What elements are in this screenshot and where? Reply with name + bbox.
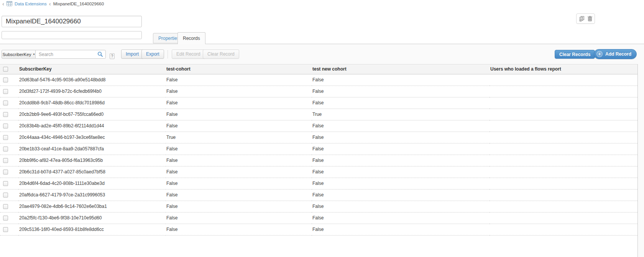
cell-subscriber-key: 20b4d6f4-6dad-4c20-808b-1111e30abe3d	[18, 178, 166, 189]
search-field-dropdown-label: SubscriberKey	[3, 52, 31, 57]
cell-test-cohort: False	[166, 224, 312, 235]
row-checkbox[interactable]	[3, 204, 8, 209]
cell-test-cohort: False	[166, 120, 312, 132]
cell-subscriber-key: 20b6c31d-b07d-4377-a027-85c0aed7bf58	[18, 166, 166, 178]
cell-test-new-cohort: False	[312, 212, 490, 224]
search-icon[interactable]	[97, 51, 103, 58]
column-header-test-cohort[interactable]: test-cohort	[166, 64, 312, 74]
column-header-users-flows-report[interactable]: Users who loaded a flows report	[490, 64, 637, 74]
cell-subscriber-key: 20ae4979-082e-4db6-9c14-7602e6e03ba1	[18, 201, 166, 212]
export-button[interactable]: Export	[141, 49, 164, 59]
cell-test-cohort: False	[166, 201, 312, 212]
cell-users-flows-report	[490, 97, 637, 109]
cell-subscriber-key: 20cb2bb9-9ee6-493f-bc67-755fcca66ed0	[18, 109, 166, 120]
cell-users-flows-report	[490, 143, 637, 155]
clear-records-button[interactable]: Clear Records	[555, 50, 595, 59]
trash-icon[interactable]	[587, 16, 593, 21]
cell-test-cohort: False	[166, 74, 312, 86]
import-button[interactable]: Import	[121, 49, 143, 59]
table-row: 20cdd8b8-9cb7-48db-86cc-8fdc7018986d Fal…	[0, 97, 637, 109]
cell-subscriber-key: 20cdd8b8-9cb7-48db-86cc-8fdc7018986d	[18, 97, 166, 109]
row-checkbox[interactable]	[3, 89, 8, 94]
cell-test-new-cohort: False	[312, 86, 490, 97]
column-header-test-new-cohort[interactable]: test new cohort	[312, 64, 490, 74]
chevron-down-icon: ▾	[33, 53, 34, 56]
cell-test-cohort: False	[166, 178, 312, 189]
breadcrumb-separator-icon: ‹	[49, 1, 51, 7]
row-checkbox[interactable]	[3, 193, 8, 198]
add-record-button[interactable]: + Add Record	[594, 49, 637, 59]
select-all-checkbox[interactable]	[3, 67, 8, 72]
add-record-label: Add Record	[605, 51, 631, 57]
table-row: 20af6dca-6627-4179-97ce-2a31c9996053 Fal…	[0, 189, 637, 201]
extension-description-input[interactable]	[2, 31, 142, 39]
search-field-dropdown[interactable]: SubscriberKey ▾	[2, 50, 36, 59]
cell-test-new-cohort: False	[312, 166, 490, 178]
cell-test-new-cohort: False	[312, 189, 490, 201]
row-checkbox[interactable]	[3, 181, 8, 186]
records-table-body: 20d63baf-5476-4c95-9036-a90e5148bdd8 Fal…	[0, 74, 637, 235]
cell-test-new-cohort: False	[312, 97, 490, 109]
cell-subscriber-key: 20af6dca-6627-4179-97ce-2a31c9996053	[18, 189, 166, 201]
table-row: 20d3fd27-172f-4939-b72c-6cfedb69f4b0 Fal…	[0, 86, 637, 97]
row-checkbox[interactable]	[3, 112, 8, 117]
table-row: 20ae4979-082e-4db6-9c14-7602e6e03ba1 Fal…	[0, 201, 637, 212]
cell-test-new-cohort: False	[312, 178, 490, 189]
cell-users-flows-report	[490, 86, 637, 97]
cell-test-cohort: False	[166, 189, 312, 201]
help-icon[interactable]: ?	[110, 53, 115, 59]
back-chevron-icon[interactable]: ‹	[2, 1, 4, 7]
tab-records[interactable]: Records	[177, 32, 205, 44]
table-row: 20d63baf-5476-4c95-9036-a90e5148bdd8 Fal…	[0, 74, 637, 86]
copy-icon[interactable]	[579, 16, 585, 22]
row-checkbox[interactable]	[3, 100, 8, 105]
table-row: 20bb9f6c-af82-47ea-805d-f6a13963c95b Fal…	[0, 155, 637, 166]
cell-test-cohort: False	[166, 86, 312, 97]
row-checkbox[interactable]	[3, 216, 8, 221]
cell-users-flows-report	[490, 201, 637, 212]
cell-users-flows-report	[490, 120, 637, 132]
cell-users-flows-report	[490, 189, 637, 201]
cell-subscriber-key: 20a2f5fc-f130-4be6-9f38-10e710e95d60	[18, 212, 166, 224]
row-checkbox[interactable]	[3, 170, 8, 175]
cell-test-cohort: True	[166, 132, 312, 143]
cell-test-new-cohort: False	[312, 224, 490, 235]
cell-subscriber-key: 20d3fd27-172f-4939-b72c-6cfedb69f4b0	[18, 86, 166, 97]
cell-users-flows-report	[490, 74, 637, 86]
extension-name-input[interactable]	[2, 16, 142, 27]
table-row: 20b6c31d-b07d-4377-a027-85c0aed7bf58 Fal…	[0, 166, 637, 178]
cell-users-flows-report	[490, 132, 637, 143]
cell-test-cohort: False	[166, 143, 312, 155]
search-input[interactable]	[35, 50, 106, 59]
row-checkbox[interactable]	[3, 124, 8, 128]
row-checkbox[interactable]	[3, 158, 8, 163]
cell-test-cohort: False	[166, 166, 312, 178]
row-checkbox[interactable]	[3, 147, 8, 152]
edit-record-button[interactable]: Edit Record	[172, 49, 205, 59]
records-table: SubscriberKey test-cohort test new cohor…	[0, 64, 638, 257]
breadcrumb-data-extensions-link[interactable]: Data Extensions	[15, 2, 47, 6]
row-checkbox[interactable]	[3, 135, 8, 140]
cell-test-new-cohort: False	[312, 155, 490, 166]
cell-users-flows-report	[490, 166, 637, 178]
data-extension-grid-icon	[7, 1, 12, 7]
breadcrumb-current-page: MixpanelDE_1640029660	[53, 2, 104, 6]
cell-test-cohort: False	[166, 109, 312, 120]
cell-test-new-cohort: True	[312, 109, 490, 120]
row-checkbox[interactable]	[3, 227, 8, 232]
cell-test-new-cohort: False	[312, 120, 490, 132]
cell-subscriber-key: 20d63baf-5476-4c95-9036-a90e5148bdd8	[18, 74, 166, 86]
cell-users-flows-report	[490, 178, 637, 189]
column-header-subscriberkey[interactable]: SubscriberKey	[18, 64, 166, 74]
table-row: 20c44aaa-434c-4946-b197-3e3ce6fae8ec Tru…	[0, 132, 637, 143]
cell-subscriber-key: 20c83b4b-ad2e-45f0-89b2-6f2114dd1d44	[18, 120, 166, 132]
cell-test-cohort: False	[166, 212, 312, 224]
cell-subscriber-key: 20be1b33-ceaf-41ce-8aa9-2da057887cfa	[18, 143, 166, 155]
row-checkbox[interactable]	[3, 77, 8, 82]
cell-subscriber-key: 20bb9f6c-af82-47ea-805d-f6a13963c95b	[18, 155, 166, 166]
clear-record-button[interactable]: Clear Record	[203, 49, 239, 59]
cell-users-flows-report	[490, 224, 637, 235]
table-row: 20a2f5fc-f130-4be6-9f38-10e710e95d60 Fal…	[0, 212, 637, 224]
cell-test-cohort: False	[166, 155, 312, 166]
table-row: 209c5136-16f0-40ed-8593-81b8fe8dd6cc Fal…	[0, 224, 637, 235]
